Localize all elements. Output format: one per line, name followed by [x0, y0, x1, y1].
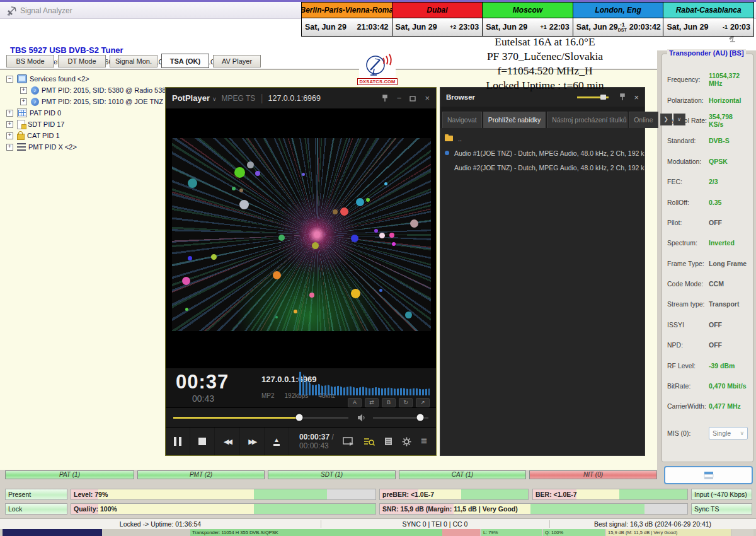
pid-bar-cat[interactable]: CAT (1): [399, 470, 526, 479]
next-button[interactable]: [240, 428, 265, 455]
tab-subtitle-browser[interactable]: Nástroj procházení titulků: [547, 112, 627, 128]
tab-online[interactable]: Online: [629, 112, 658, 128]
potplayer-titlebar[interactable]: PotPlayer MPEG TS | 127.0.0.1:6969: [166, 88, 436, 109]
dxsatcs-logo: DXSATCS.COM: [359, 52, 396, 86]
clock-city-label: Rabat-Casablanca: [663, 3, 753, 18]
expand-icon[interactable]: [6, 132, 13, 139]
sliver-quality: Q: 100%: [543, 529, 605, 536]
clock-time: 23:03: [459, 23, 479, 32]
preber-gauge: preBER: <1.0E-7: [379, 489, 529, 500]
mis-select[interactable]: Single: [709, 427, 748, 440]
previous-button[interactable]: [215, 428, 239, 455]
present-indicator: Present: [5, 489, 67, 500]
stop-button[interactable]: [190, 428, 215, 455]
expand-icon[interactable]: [20, 87, 27, 94]
tab-scroll-right-icon[interactable]: ❯: [660, 114, 672, 125]
browser-title: Browser: [446, 93, 475, 101]
sliver-snr: 15,9 dB (M: 11,5 dB | Very Good): [606, 529, 731, 536]
minimize-icon[interactable]: [397, 93, 402, 103]
issyi-value: OFF: [709, 321, 722, 329]
repeat-icon[interactable]: ↻: [399, 398, 413, 407]
seek-bar[interactable]: [173, 417, 348, 419]
expand-icon[interactable]: [6, 110, 13, 117]
status-counters: SYNC 0 | TEI 0 | CC 0: [321, 520, 549, 528]
video-area[interactable]: [166, 109, 436, 368]
potplayer-menu[interactable]: PotPlayer: [172, 93, 210, 103]
tuner-name: TBS 5927 USB DVB-S2 Tuner: [10, 45, 123, 55]
npd-value: OFF: [709, 341, 722, 349]
tab-dt-mode[interactable]: DT Mode: [58, 55, 106, 67]
chevron-down-icon: [740, 430, 744, 436]
tab-tsa[interactable]: TSA (OK): [161, 54, 209, 68]
clock-dst-note: DST: [618, 28, 627, 32]
list-item-parent-folder[interactable]: ..: [440, 131, 644, 146]
pid-bar-pmt[interactable]: PMT (2): [137, 470, 265, 479]
close-icon[interactable]: [425, 93, 430, 103]
browser-list: .. Audio #1(JOE TNZ) - Dutch, MPEG Audio…: [440, 128, 644, 178]
pid-bar-pat[interactable]: PAT (1): [5, 470, 134, 479]
dxsatcs-dish-graphic: [360, 53, 394, 78]
list-item-audio-1[interactable]: Audio #1(JOE TNZ) - Dutch, MPEG Audio, 4…: [440, 146, 644, 160]
close-icon[interactable]: [634, 93, 639, 102]
clock-utc-offset: +1: [541, 25, 547, 30]
pin-icon[interactable]: [619, 93, 626, 101]
audio-service-icon: [31, 86, 39, 95]
clock-city-label: London, Eng: [573, 3, 663, 18]
maximize-icon[interactable]: [410, 95, 416, 102]
tree-item-services[interactable]: Services found <2>: [6, 73, 213, 84]
expand-icon[interactable]: [20, 98, 27, 105]
transponder-row: Standard:DVB-S: [667, 131, 748, 151]
tab-dropdown-icon[interactable]: ∨: [673, 114, 685, 125]
folder-icon: [445, 136, 453, 141]
tab-signal-mon[interactable]: Signal Mon.: [110, 55, 158, 67]
volume-handle[interactable]: [416, 414, 423, 421]
clock-utc-offset: -1: [620, 22, 625, 28]
visualization: [172, 138, 431, 331]
menu-icon[interactable]: [421, 435, 427, 448]
clock-date: Sat, Jun 29: [576, 23, 618, 32]
transponder-row: Modulation:QPSK: [667, 151, 748, 172]
stream-stack-button[interactable]: [664, 466, 753, 484]
cast-icon[interactable]: [343, 437, 354, 446]
total-time: 00:43: [192, 393, 214, 404]
opacity-slider[interactable]: [577, 96, 609, 98]
tab-menu-browser[interactable]: Prohlížeč nabídky: [483, 112, 546, 128]
pid-bar-sdt[interactable]: SDT (1): [268, 470, 396, 479]
tab-av-player[interactable]: AV Player: [213, 55, 261, 67]
seek-handle[interactable]: [296, 414, 303, 421]
spectrum-value: Inverted: [709, 239, 735, 247]
tab-bs-mode[interactable]: BS Mode: [6, 55, 54, 67]
slider-handle[interactable]: [600, 95, 606, 100]
pid-bar-nit[interactable]: NIT (0): [529, 470, 657, 479]
ab-repeat-a-button[interactable]: A: [348, 398, 362, 407]
input-rate-indicator: Input (~470 Kbps): [691, 489, 752, 500]
tab-navigate[interactable]: Navigovat: [442, 112, 482, 128]
browser-titlebar[interactable]: Browser: [440, 88, 644, 107]
expand-icon[interactable]: [6, 121, 13, 128]
eject-button[interactable]: [265, 428, 289, 455]
background-window-sliver: Transponder: 11054 H 355 DVB-S/QPSK L: 7…: [0, 529, 756, 536]
speaker-icon[interactable]: [357, 414, 367, 422]
list-item-audio-2[interactable]: Audio #2(JOE TNZ) - Dutch, MPEG Audio, 4…: [440, 160, 644, 175]
fullscreen-icon[interactable]: ↗: [416, 398, 430, 407]
seek-row: [166, 407, 436, 427]
ab-repeat-b-button[interactable]: B: [382, 398, 396, 407]
settings-gear-icon[interactable]: [402, 437, 411, 446]
clock-utc-offset: +2: [450, 25, 456, 30]
playlist-icon[interactable]: [384, 437, 392, 446]
level-gauge: Level: 79%: [71, 489, 376, 500]
elapsed-time: 00:37: [176, 371, 229, 393]
search-playlist-icon[interactable]: [364, 437, 375, 446]
status-uptime: Locked -> Uptime: 01:36:54: [0, 520, 321, 528]
expand-icon[interactable]: [6, 144, 13, 151]
swap-icon[interactable]: ⇄: [365, 398, 379, 407]
pin-icon[interactable]: [381, 95, 389, 102]
clock-city-label: Moscow: [483, 3, 573, 18]
ber-gauge: BER: <1.0E-7: [532, 489, 688, 500]
pause-button[interactable]: [166, 428, 190, 455]
transponder-row: ISSYIOFF: [667, 315, 748, 335]
transponder-row: Pilot:OFF: [667, 213, 748, 233]
collapse-icon[interactable]: [6, 76, 13, 83]
volume-bar[interactable]: [373, 417, 428, 419]
clock-city-label: Berlin-Paris-Vienna-Roma: [302, 3, 392, 18]
